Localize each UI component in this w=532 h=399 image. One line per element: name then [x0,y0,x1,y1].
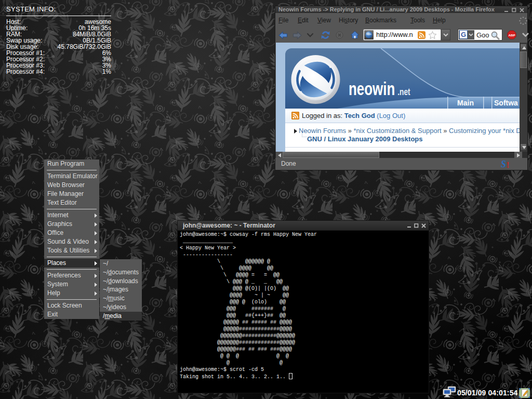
svg-text:Main: Main [457,99,474,107]
svg-text:Softwa: Softwa [494,99,518,107]
svg-text:.net: .net [397,86,410,98]
svg-text:neowin: neowin [349,78,395,99]
svg-text:S: S [501,159,506,169]
svg-text:ABP: ABP [508,33,515,37]
svg-text:!: ! [507,161,509,169]
